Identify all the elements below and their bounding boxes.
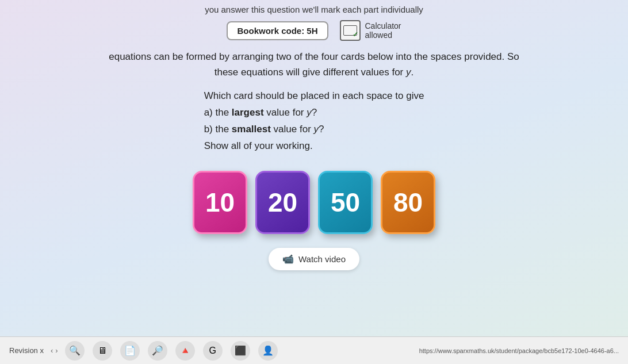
part-b: b) the smallest value for y?: [204, 121, 424, 138]
watch-video-button[interactable]: 📹 Watch video: [269, 248, 359, 270]
question-prompt: Which card should be placed in each spac…: [204, 88, 424, 105]
nav-back-arrow[interactable]: ‹: [51, 346, 53, 355]
monitor-icon-btn[interactable]: 🖥: [93, 341, 112, 361]
magnify-icon-btn[interactable]: 🔎: [148, 341, 167, 361]
intro-line2: these equations will give different valu…: [23, 64, 605, 80]
checkmark-icon: ✓: [353, 30, 358, 39]
nav-arrows[interactable]: ‹ ›: [51, 346, 58, 355]
bottom-icons: 🔍 🖥 📄 🔎 🔺 G ⬛ 👤: [65, 341, 278, 361]
bottom-bar: Revision x ‹ › 🔍 🖥 📄 🔎 🔺 G ⬛ 👤 https://w…: [0, 336, 628, 364]
cards-row: 10 20 50 80: [0, 171, 628, 234]
calculator-label: Calculator allowed: [365, 21, 401, 40]
triangle-icon-btn[interactable]: 🔺: [175, 341, 195, 361]
card-50[interactable]: 50: [318, 171, 373, 234]
card-10[interactable]: 10: [193, 171, 247, 234]
card-20[interactable]: 20: [255, 171, 310, 234]
part-a: a) the largest value for y?: [204, 105, 424, 121]
calculator-icon: ✓: [340, 20, 361, 41]
question-block: Which card should be placed in each spac…: [204, 88, 424, 155]
square-icon-btn[interactable]: ⬛: [231, 341, 250, 361]
intro-line1: equations can be formed by arranging two…: [23, 49, 605, 64]
top-notice: you answer this question we'll mark each…: [0, 0, 628, 14]
search-icon-btn[interactable]: 🔍: [65, 341, 85, 361]
part-show: Show all of your working.: [204, 138, 424, 155]
bottom-left: Revision x ‹ › 🔍 🖥 📄 🔎 🔺 G ⬛ 👤: [9, 341, 278, 361]
revision-label: Revision x: [9, 346, 44, 355]
document-icon-btn[interactable]: 📄: [120, 341, 140, 361]
card-80[interactable]: 80: [381, 171, 435, 234]
nav-forward-arrow[interactable]: ›: [55, 346, 58, 355]
person-icon-btn[interactable]: 👤: [258, 341, 278, 361]
main-content: equations can be formed by arranging two…: [0, 49, 628, 155]
bookwork-badge: Bookwork code: 5H: [227, 21, 328, 40]
circle-g-icon-btn[interactable]: G: [203, 341, 223, 361]
calculator-badge: ✓ Calculator allowed: [340, 20, 401, 41]
url-display: https://www.sparxmaths.uk/student/packag…: [419, 347, 619, 354]
video-icon: 📹: [282, 254, 294, 265]
